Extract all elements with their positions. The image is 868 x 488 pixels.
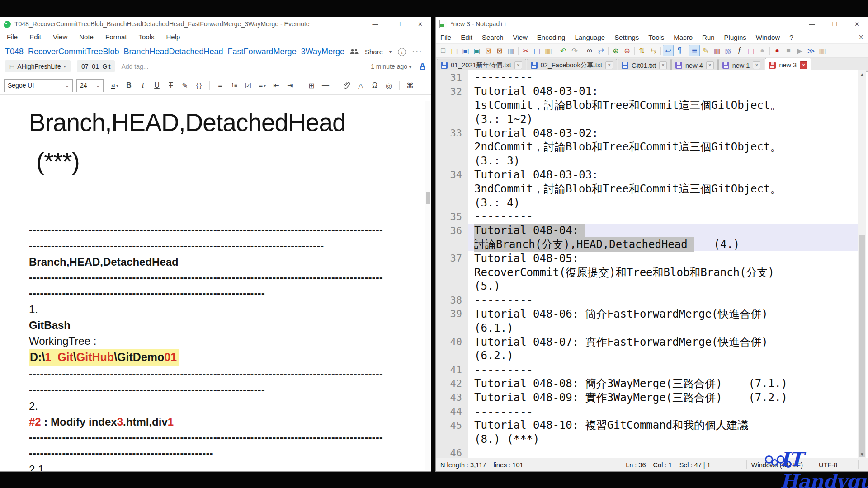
editor-scrollbar[interactable]: ▲ ▼ [858, 70, 866, 458]
numbered-list-icon[interactable]: 1≡ [228, 79, 241, 92]
tab-new-1[interactable]: new 1✕ [718, 59, 765, 71]
document-map-icon[interactable]: ▦ [712, 45, 722, 56]
menu-file[interactable]: File [440, 33, 451, 41]
zoom-out-icon[interactable]: ⊖ [622, 45, 632, 56]
save-icon[interactable]: ▣ [460, 45, 471, 56]
open-file-icon[interactable]: ▤ [449, 45, 460, 56]
macro-play-icon[interactable]: ▶ [794, 45, 805, 56]
editor-row[interactable]: (5.) [436, 279, 858, 293]
maximize-icon[interactable]: ☐ [395, 21, 401, 28]
tab-new-4[interactable]: new 4✕ [671, 59, 718, 71]
indent-icon[interactable]: ⇥ [284, 79, 297, 92]
evernote-scrollbar[interactable] [425, 101, 430, 470]
macro-record-icon[interactable]: ● [772, 45, 783, 56]
editor-row[interactable]: 33Tutorial 048-03-02: [436, 126, 858, 140]
highlight-pen-icon[interactable]: ✎ [179, 79, 191, 92]
close-icon[interactable]: ⊠ [483, 45, 494, 56]
align-icon[interactable]: ≡▾ [256, 79, 269, 92]
menu-run[interactable]: Run [702, 33, 715, 41]
tab-01_2021新年特價.txt[interactable]: 01_2021新年特價.txt✕ [437, 59, 526, 71]
code-block-icon[interactable]: { } [193, 79, 205, 92]
font-color-icon[interactable]: a▾ [108, 79, 121, 92]
tab-close-icon[interactable]: ✕ [659, 61, 667, 69]
scroll-down-icon[interactable]: ▼ [860, 450, 864, 458]
editor-row[interactable]: 討論Branch(分支),HEAD,DetachedHead (4.) [436, 238, 858, 252]
folder-as-workspace-icon[interactable]: ▤ [745, 45, 756, 56]
info-icon[interactable]: i [398, 48, 406, 56]
menu-help[interactable]: Help [166, 33, 180, 41]
underline-icon[interactable]: U [151, 79, 163, 92]
tab-close-icon[interactable]: ✕ [514, 61, 522, 69]
menu-help[interactable]: ? [789, 33, 793, 41]
tab-02_Facebook分享.txt[interactable]: 02_Facebook分享.txt✕ [527, 59, 617, 71]
editor-row[interactable]: 31--------- [436, 70, 858, 84]
editor-row[interactable]: (3.: 4) [436, 196, 858, 210]
checklist-icon[interactable]: ☑ [242, 79, 255, 92]
save-all-icon[interactable]: ▣ [472, 45, 482, 56]
menu-view[interactable]: View [53, 33, 67, 41]
menu-encoding[interactable]: Encoding [537, 33, 566, 41]
share-people-icon[interactable] [350, 49, 359, 55]
editor-row[interactable]: 44--------- [436, 404, 858, 418]
menubar-close-icon[interactable]: X [859, 34, 863, 41]
show-all-characters-icon[interactable]: ≣ [689, 45, 700, 56]
text-editor[interactable]: 31---------32Tutorial 048-03-01:1stCommi… [436, 70, 858, 458]
menu-window[interactable]: Window [756, 33, 780, 41]
paste-icon[interactable]: ▥ [543, 45, 554, 56]
editor-row[interactable]: 42Tutorial 048-08: 簡介3WayMerge(三路合併) (7.… [436, 377, 858, 391]
editor-row[interactable]: 2ndCommit，討論Blob和Tree和Commit這三個GitObject… [436, 140, 858, 154]
share-chevron-icon[interactable]: ▾ [389, 49, 392, 54]
menu-tools[interactable]: Tools [138, 33, 154, 41]
tag-pill[interactable]: 07_01_Git [77, 60, 115, 72]
print-icon[interactable]: ▥ [505, 45, 516, 56]
macro-stop-icon[interactable]: ■ [783, 45, 794, 56]
editor-row[interactable]: 46 [436, 446, 858, 458]
add-tag-input[interactable]: Add tag... [121, 63, 148, 70]
notebook-selector[interactable]: ▤ AHighFreshLife ▾ [5, 60, 71, 72]
editor-row[interactable]: RecoverCommit(復原提交)和Tree和Blob和Branch(分支) [436, 265, 858, 279]
tab-close-icon[interactable]: ✕ [753, 61, 760, 69]
editor-row[interactable]: 32Tutorial 048-03-01: [436, 84, 858, 99]
tab-close-icon[interactable]: ✕ [605, 61, 613, 69]
editor-row[interactable]: 41--------- [436, 363, 858, 377]
editor-row[interactable]: (3.: 1~2) [436, 112, 858, 126]
sketch-icon[interactable]: Ω [368, 79, 381, 92]
macro-save-icon[interactable]: ▦ [817, 45, 828, 56]
editor-row[interactable]: 40Tutorial 048-07: 實作FastForwardMerge(快進… [436, 335, 858, 349]
editor-row[interactable]: 45Tutorial 048-10: 複習GitCommand和我的個人建議 [436, 418, 858, 432]
tab-Git01.txt[interactable]: Git01.txt✕ [618, 59, 671, 71]
menu-format[interactable]: Format [105, 33, 127, 41]
editor-row[interactable]: (3.: 3) [436, 154, 858, 168]
function-list-icon[interactable]: ƒ [734, 45, 745, 56]
maximize-icon[interactable]: ☐ [832, 21, 837, 28]
close-all-icon[interactable]: ⊠ [494, 45, 505, 56]
annotate-button[interactable]: A [420, 61, 425, 71]
menu-tools[interactable]: Tools [648, 33, 664, 41]
copy-icon[interactable]: ▤ [532, 45, 542, 56]
note-editor[interactable]: Branch,HEAD,DetachedHead(***)-----------… [0, 99, 425, 471]
insert-media-icon[interactable]: ◎ [382, 79, 395, 92]
editor-row[interactable]: (6.1.) [436, 321, 858, 335]
editor-row[interactable]: (6.2.) [436, 349, 858, 363]
more-options-icon[interactable]: ··· [412, 47, 423, 56]
editor-row[interactable]: 35--------- [436, 210, 858, 224]
macro-run-multiple-icon[interactable]: ≫ [806, 45, 816, 56]
note-title[interactable]: T048_RecoverCommitTreeBlob_BranchHeadDet… [5, 47, 350, 56]
editor-row[interactable]: 36Tutorial 048-04: [436, 224, 858, 238]
menu-edit[interactable]: Edit [29, 33, 41, 41]
menu-plugins[interactable]: Plugins [724, 33, 746, 41]
last-updated[interactable]: 1 minute ago ▾ [371, 63, 411, 70]
menu-note[interactable]: Note [79, 33, 94, 41]
editor-row[interactable]: 1stCommit，討論Blob和Tree和Commit這三個GitObject… [436, 99, 858, 113]
font-family-select[interactable]: Segoe UI⌄ [4, 79, 73, 92]
menu-edit[interactable]: Edit [461, 33, 472, 41]
document-switcher-icon[interactable]: ▧ [723, 45, 734, 56]
new-file-icon[interactable]: □ [438, 45, 448, 56]
horizontal-rule-icon[interactable]: — [319, 79, 332, 92]
share-button[interactable]: Share [365, 48, 383, 56]
menu-search[interactable]: Search [482, 33, 504, 41]
bold-icon[interactable]: B [123, 79, 135, 92]
menu-language[interactable]: Language [575, 33, 605, 41]
show-symbol-icon[interactable]: ¶ [674, 45, 685, 56]
tab-new-3[interactable]: new 3✕ [765, 58, 811, 72]
